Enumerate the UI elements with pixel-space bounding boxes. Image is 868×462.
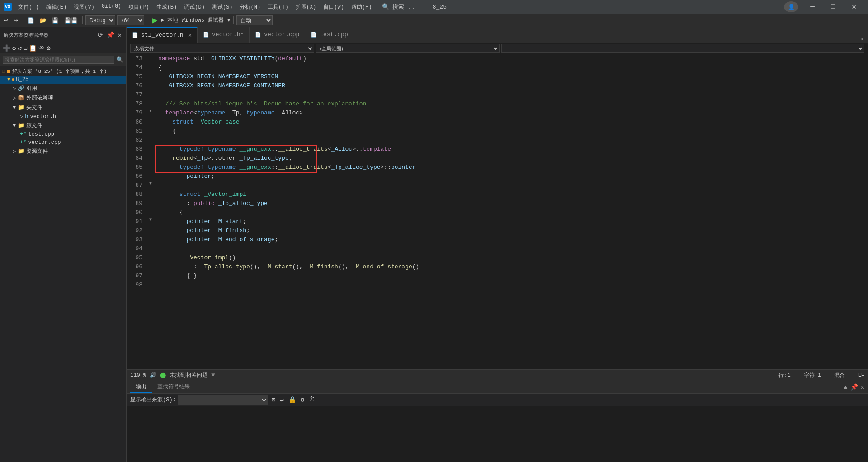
new-file-button[interactable]: 📄: [26, 16, 36, 24]
references-item[interactable]: ▷ 🔗 引用: [0, 84, 126, 93]
menu-item[interactable]: 调试(D): [181, 2, 208, 12]
bottom-tabs-list[interactable]: 输出 查找符号结果: [130, 381, 195, 393]
sources-folder[interactable]: ▼ 📁 源文件: [0, 121, 126, 130]
refresh-icon[interactable]: ↺: [18, 44, 21, 52]
resources-folder[interactable]: ▷ 📁 资源文件: [0, 147, 126, 156]
menu-item[interactable]: 帮助(H): [349, 2, 375, 12]
bottom-panel-controls[interactable]: ▲ 📌 ✕: [844, 383, 864, 391]
separator-2: [82, 16, 83, 24]
breadcrumb-left-select[interactable]: 杂项文件: [130, 44, 314, 53]
code-editor[interactable]: 7374757677787980818283848586878889909192…: [127, 54, 868, 369]
minimize-button[interactable]: ─: [802, 0, 823, 14]
preview-icon[interactable]: 👁: [38, 45, 45, 52]
search-bar[interactable]: 🔍 搜索... 8_25: [382, 3, 447, 11]
vector-cpp-item[interactable]: +* vector.cpp: [0, 138, 126, 147]
add-icon[interactable]: ➕: [3, 44, 10, 52]
sidebar-toolbar[interactable]: ➕ ⚙ ↺ ⊟ 📋 👁 ⚙: [0, 43, 126, 53]
view-icon[interactable]: 📋: [29, 44, 37, 52]
vector-cpp-tab-icon: 📄: [255, 32, 261, 38]
output-settings-icon[interactable]: ⚙: [299, 395, 306, 405]
menu-item[interactable]: 工具(T): [265, 2, 291, 12]
output-source-label: 显示输出来源(S):: [130, 396, 176, 404]
debug-mode-select[interactable]: Debug: [85, 15, 115, 25]
open-button[interactable]: 📂: [38, 16, 48, 24]
external-deps-item[interactable]: ▷ 📦 外部依赖项: [0, 93, 126, 103]
breadcrumb-middle-select[interactable]: (全局范围): [316, 44, 500, 53]
headers-folder[interactable]: ▼ 📁 头文件: [0, 103, 126, 112]
run-label[interactable]: ▶ 本地 Windows 调试器 ▼: [161, 16, 231, 24]
filter-icon[interactable]: ⚙: [12, 44, 16, 52]
panel-pin-icon[interactable]: 📌: [850, 383, 858, 391]
tabs-scroll-right[interactable]: ▸: [857, 35, 868, 43]
menu-item[interactable]: 项目(P): [126, 2, 152, 12]
tab-test-cpp[interactable]: 📄 test.cpp: [305, 27, 354, 43]
run-button[interactable]: ▶: [150, 16, 159, 24]
code-line-87: [158, 181, 858, 190]
menu-item[interactable]: 分析(N): [237, 2, 263, 12]
find-symbols-tab[interactable]: 查找符号结果: [152, 381, 195, 393]
close-sidebar-icon[interactable]: ✕: [117, 30, 123, 40]
menu-item[interactable]: 文件(F): [15, 2, 42, 12]
menu-item[interactable]: 视图(V): [71, 2, 97, 12]
output-toolbar[interactable]: 显示输出来源(S): ⊠ ↵ 🔒 ⚙ ⏱: [127, 394, 868, 406]
clear-output-icon[interactable]: ⊠: [270, 395, 277, 405]
menu-item[interactable]: 测试(S): [209, 2, 236, 12]
output-timer-icon[interactable]: ⏱: [307, 395, 317, 405]
search-icon[interactable]: 🔍: [116, 56, 123, 63]
menu-item[interactable]: 编辑(E): [43, 2, 70, 12]
sidebar-header-icons[interactable]: ⟳ 📌 ✕: [97, 30, 123, 40]
collapse-icon[interactable]: ⊟: [24, 44, 27, 52]
tab-close-stl[interactable]: ✕: [188, 31, 192, 39]
sidebar-search[interactable]: 🔍: [0, 53, 126, 66]
panel-expand-icon[interactable]: ▲: [844, 384, 847, 391]
code-content[interactable]: namespace std _GLIBCXX_VISIBILITY(defaul…: [155, 54, 862, 369]
maximize-button[interactable]: □: [823, 0, 844, 14]
tab-stl-vector-h[interactable]: 📄 stl_vector.h ✕: [127, 27, 198, 43]
tab-vector-h[interactable]: 📄 vector.h*: [198, 27, 250, 43]
output-source-select[interactable]: [178, 395, 268, 405]
auto-select[interactable]: 自动: [236, 15, 273, 25]
zoom-indicator[interactable]: 110 % 🔊: [130, 372, 156, 379]
test-cpp-label: test.cpp: [28, 131, 54, 138]
scrollbar-right[interactable]: [862, 54, 868, 369]
code-line-96: : _Tp_alloc_type(), _M_start(), _M_finis…: [158, 262, 858, 271]
fold-80[interactable]: ▼: [149, 109, 152, 114]
panel-close-icon[interactable]: ✕: [861, 383, 864, 391]
toggle-word-wrap-icon[interactable]: ↵: [278, 395, 285, 405]
lock-scroll-icon[interactable]: 🔒: [287, 395, 298, 405]
sync-icon[interactable]: ⟳: [97, 30, 104, 40]
menu-bar[interactable]: 文件(F)编辑(E)视图(V)Git(G)项目(P)生成(B)调试(D)测试(S…: [15, 2, 375, 12]
menu-item[interactable]: 窗口(W): [321, 2, 347, 12]
search-input[interactable]: [3, 56, 114, 64]
pin-icon[interactable]: 📌: [106, 30, 115, 40]
save-button[interactable]: 💾: [50, 16, 61, 24]
scroll-thumb[interactable]: [862, 54, 868, 369]
test-cpp-item[interactable]: +* test.cpp: [0, 130, 126, 138]
code-line-89: : public _Tp_alloc_type: [158, 199, 858, 208]
vector-h-tab-icon: 📄: [203, 32, 209, 38]
menu-item[interactable]: 生成(B): [154, 2, 180, 12]
fold-95[interactable]: ▼: [149, 217, 152, 222]
menu-item[interactable]: 扩展(X): [293, 2, 319, 12]
breadcrumb-right-select[interactable]: [501, 44, 864, 53]
save-all-button[interactable]: 💾💾: [62, 16, 80, 24]
platform-select[interactable]: x64: [117, 15, 144, 25]
menu-item[interactable]: Git(G): [99, 2, 124, 12]
bottom-tabs[interactable]: 输出 查找符号结果 ▲ 📌 ✕: [127, 381, 868, 394]
lint-filter-icon[interactable]: ▼: [211, 372, 215, 379]
redo-button[interactable]: ↪: [12, 16, 20, 24]
tab-vector-cpp[interactable]: 📄 vector.cpp: [250, 27, 305, 43]
file-tree[interactable]: ⊟ 解决方案 '8_25' (1 个项目，共 1 个) ▼ ● 8_25 ▷ 🔗…: [0, 66, 126, 462]
project-item[interactable]: ▼ ● 8_25: [0, 76, 126, 84]
output-tab[interactable]: 输出: [130, 381, 152, 393]
fold-88[interactable]: ▼: [149, 181, 152, 186]
vector-h-item[interactable]: ▷ h vector.h: [0, 112, 126, 121]
tabs-bar[interactable]: 📄 stl_vector.h ✕ 📄 vector.h* 📄 vector.cp…: [127, 27, 868, 43]
window-controls[interactable]: ─ □ ✕: [802, 0, 864, 14]
settings-icon[interactable]: ⚙: [47, 44, 50, 52]
sidebar: 解决方案资源管理器 ⟳ 📌 ✕ ➕ ⚙ ↺ ⊟ 📋 👁 ⚙ 🔍 ⊟: [0, 27, 127, 462]
undo-button[interactable]: ↩: [2, 16, 10, 24]
output-buttons[interactable]: ⊠ ↵ 🔒 ⚙ ⏱: [270, 395, 317, 405]
close-button[interactable]: ✕: [844, 0, 864, 14]
solution-item[interactable]: ⊟ 解决方案 '8_25' (1 个项目，共 1 个): [0, 67, 126, 76]
